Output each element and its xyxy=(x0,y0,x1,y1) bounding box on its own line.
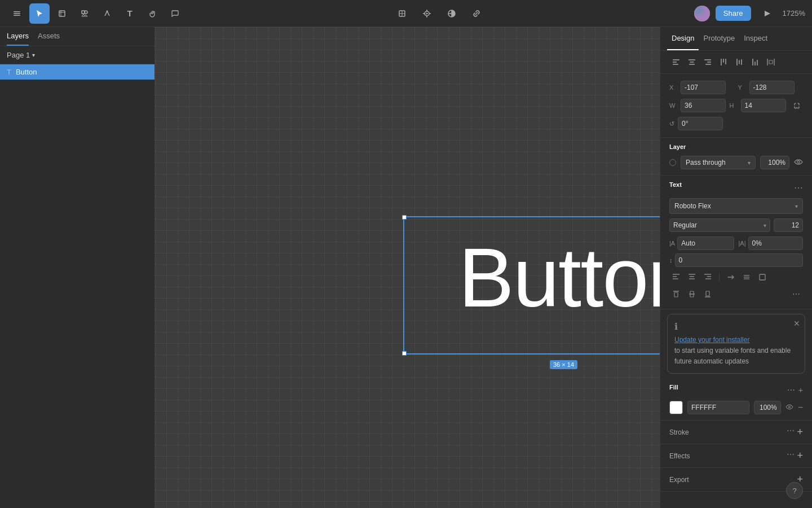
svg-rect-61 xyxy=(706,291,709,296)
tab-prototype[interactable]: Prototype xyxy=(699,27,739,50)
valign-top-button[interactable] xyxy=(669,287,683,301)
main-area: Layers Assets Page 1 ▾ T Button Button 3… xyxy=(0,27,812,508)
font-installer-link[interactable]: Update your font installer xyxy=(674,336,749,344)
svg-rect-29 xyxy=(721,59,722,65)
handle-bottom-left[interactable] xyxy=(402,351,407,356)
fill-visibility-toggle[interactable] xyxy=(785,403,793,413)
text-align-center-button[interactable] xyxy=(685,270,699,284)
align-top-button[interactable] xyxy=(717,55,730,69)
blend-circle-icon xyxy=(669,159,676,166)
visibility-toggle[interactable] xyxy=(794,157,803,168)
auto-input[interactable]: Auto xyxy=(677,237,734,250)
tab-layers[interactable]: Layers xyxy=(7,32,29,46)
component-tool-button[interactable] xyxy=(392,3,412,24)
hand-tool-button[interactable] xyxy=(142,3,162,24)
tab-design[interactable]: Design xyxy=(667,27,699,50)
align-bottom-button[interactable] xyxy=(748,55,762,69)
valign-bottom-button[interactable] xyxy=(701,287,714,301)
w-input[interactable]: 36 xyxy=(681,99,726,112)
font-family-selector[interactable]: Roboto Flex ▾ xyxy=(669,198,803,214)
fill-row: FFFFFF 100% − xyxy=(669,401,803,414)
valign-middle-button[interactable] xyxy=(685,287,699,301)
effects-more-button[interactable]: ⋯ xyxy=(787,450,795,462)
pen-tool-button[interactable] xyxy=(97,3,117,24)
share-button[interactable]: Share xyxy=(716,6,751,21)
align-left-button[interactable] xyxy=(669,55,683,69)
fill-opacity-input[interactable]: 100% xyxy=(754,401,781,414)
text-section-icons: ⋯ xyxy=(794,182,803,193)
layer-item-button[interactable]: T Button xyxy=(0,64,155,80)
align-center-h-button[interactable] xyxy=(685,55,699,69)
tab-inspect[interactable]: Inspect xyxy=(739,27,772,50)
svg-rect-34 xyxy=(741,59,742,65)
comment-tool-button[interactable] xyxy=(165,3,185,24)
fill-color-swatch[interactable] xyxy=(669,401,683,414)
toolbar-center xyxy=(189,3,690,24)
info-icon: ℹ xyxy=(674,322,678,331)
avatar xyxy=(694,6,710,21)
zoom-label[interactable]: 1725% xyxy=(783,9,805,17)
svg-rect-21 xyxy=(673,62,677,63)
menu-button[interactable] xyxy=(7,3,27,24)
link-button[interactable] xyxy=(466,3,487,24)
svg-rect-33 xyxy=(739,60,740,64)
fill-add-button[interactable]: + xyxy=(798,386,803,395)
h-pair: H 14 xyxy=(730,99,787,112)
stroke-title: Stroke xyxy=(669,428,689,436)
text-align-right-button[interactable] xyxy=(701,270,714,284)
font-installer-close[interactable]: ✕ xyxy=(793,319,800,328)
shape-tool-button[interactable] xyxy=(74,3,95,24)
wh-row: W 36 H 14 xyxy=(669,99,803,112)
font-size-input[interactable]: 12 xyxy=(774,218,803,232)
fill-hex-input[interactable]: FFFFFF xyxy=(687,401,749,414)
effects-add-button[interactable]: + xyxy=(797,450,803,462)
panel-tabs: Layers Assets xyxy=(0,27,155,46)
font-installer-panel: ℹ Update your font installer to start us… xyxy=(667,314,805,374)
text-align-left-button[interactable] xyxy=(669,270,683,284)
canvas-area[interactable]: Button 36 × 14 xyxy=(155,27,660,508)
line-height-input[interactable]: 0 xyxy=(675,253,804,267)
help-button[interactable]: ? xyxy=(786,482,803,499)
distribute-button[interactable] xyxy=(764,55,778,69)
align-right-button[interactable] xyxy=(701,55,714,69)
play-button[interactable] xyxy=(757,3,777,24)
text-more-button[interactable]: ⋯ xyxy=(794,182,803,193)
frame-tool-button[interactable] xyxy=(52,3,72,24)
tracking-input[interactable]: 0% xyxy=(748,237,803,250)
constrain-proportions-button[interactable] xyxy=(791,99,803,112)
opacity-input[interactable]: 100% xyxy=(760,156,789,169)
theme-button[interactable] xyxy=(442,3,462,24)
svg-rect-57 xyxy=(674,292,678,297)
text-tool-button[interactable]: T xyxy=(120,3,140,24)
svg-point-42 xyxy=(797,161,800,163)
blend-mode-selector[interactable]: Pass through ▾ xyxy=(681,156,756,169)
fill-remove-button[interactable]: − xyxy=(798,402,803,413)
line-height-label: ↕ xyxy=(669,257,673,264)
text-dir-center-button[interactable] xyxy=(740,270,753,284)
text-box-button[interactable] xyxy=(756,270,769,284)
stroke-more-button[interactable]: ⋯ xyxy=(787,426,795,438)
move-tool-button[interactable] xyxy=(29,3,50,24)
layer-section: Layer Pass through ▾ 100% xyxy=(660,138,812,176)
toolbar-right: Share 1725% xyxy=(694,3,805,24)
align-middle-button[interactable] xyxy=(732,55,746,69)
svg-rect-26 xyxy=(704,59,711,60)
svg-rect-20 xyxy=(673,59,679,60)
stroke-add-button[interactable]: + xyxy=(797,426,803,438)
pen-center-button[interactable] xyxy=(417,3,437,24)
fill-section-header: Fill ⋯ + xyxy=(669,384,803,396)
font-style-selector[interactable]: Regular ▾ xyxy=(669,218,770,232)
text-dir-ltr-button[interactable] xyxy=(724,270,738,284)
tab-assets[interactable]: Assets xyxy=(38,32,60,46)
handle-top-left[interactable] xyxy=(402,215,407,220)
x-input[interactable]: -107 xyxy=(681,81,726,94)
xy-row: X -107 Y -128 xyxy=(669,81,803,94)
h-input[interactable]: 14 xyxy=(741,99,786,112)
y-input[interactable]: -128 xyxy=(749,81,795,94)
rotation-input[interactable]: 0° xyxy=(678,117,723,130)
y-pair: Y -128 xyxy=(738,81,804,94)
text-more-options-button[interactable]: ⋯ xyxy=(789,287,803,301)
export-header: Export + xyxy=(669,474,803,485)
fill-more-button[interactable]: ⋯ xyxy=(787,386,795,395)
page-selector[interactable]: Page 1 ▾ xyxy=(0,46,155,64)
